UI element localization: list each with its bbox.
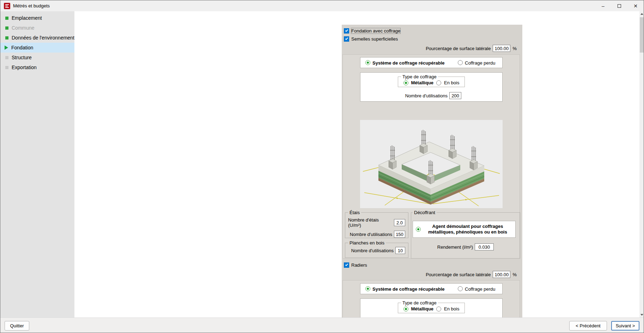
planches-uses-input[interactable] (395, 247, 405, 254)
etais-uses-input[interactable] (394, 231, 405, 238)
sidebar-item-exportation[interactable]: Exportation (0, 62, 74, 72)
rendement-label: Rendement (l/m²) (437, 244, 473, 250)
scrollbar-thumb[interactable] (640, 17, 644, 53)
en-bois-label: En bois (444, 80, 459, 85)
sidebar-item-label: Données de l'environnement (12, 35, 74, 41)
scrollbar-down-button[interactable] (639, 312, 644, 317)
decoffrant-group: Décoffrant Agent démoulant pour coffrage… (411, 210, 520, 259)
coffrage-system-box-2: Système de coffrage récupérable Coffrage… (360, 283, 503, 294)
radio-en-bois-1[interactable] (436, 80, 441, 85)
fondation-settings-panel: Fondation avec coffrage Semelles superfi… (342, 25, 522, 328)
type-coffrage-group-2: Type de coffrage Métallique En bois (398, 300, 465, 313)
app-icon (4, 3, 10, 9)
radio-label: Système de coffrage récupérable (372, 286, 444, 291)
planches-uses-label: Nombre d'utilisations (351, 248, 394, 253)
etais-group: Étais Nombre d'étais (U/m²) Nombre d'uti… (345, 210, 408, 238)
planches-legend: Planches en bois (348, 240, 386, 246)
scrollbar-up-button[interactable] (639, 11, 644, 17)
semelles-checkbox[interactable] (344, 36, 349, 42)
sidebar-item-label: Fondation (11, 45, 33, 50)
agent-demoulant-label: Agent démoulant pour coffrages métalliqu… (423, 224, 512, 235)
fondation-coffrage-label: Fondation avec coffrage (351, 28, 400, 34)
surface-laterale-row-2: Pourcentage de surface latérale % (342, 271, 517, 278)
radio-label: Coffrage perdu (465, 286, 496, 291)
vertical-scrollbar (639, 11, 644, 317)
utilisations-input-1[interactable] (449, 92, 461, 99)
rendement-input[interactable] (475, 243, 494, 250)
sidebar-item-donnees-environnement[interactable]: Données de l'environnement (0, 33, 74, 43)
etais-uses-row: Nombre d'utilisations (348, 231, 405, 238)
sidebar-item-label: Emplacement (12, 15, 42, 21)
fondation-coffrage-checkbox[interactable] (344, 28, 349, 34)
app-window: Métrés et budgets – ✕ Emplacement Commun… (0, 0, 644, 333)
step-done-icon (5, 26, 8, 30)
minimize-button[interactable]: – (595, 0, 611, 11)
radio-metallique-1[interactable] (403, 80, 408, 85)
planches-group: Planches en bois Nombre d'utilisations (345, 240, 408, 258)
radio-label: Coffrage perdu (465, 60, 496, 65)
maximize-button[interactable] (611, 0, 627, 11)
radio-en-bois-2[interactable] (436, 307, 441, 311)
arrow-up-icon (640, 13, 643, 15)
radio-coffrage-perdu-1[interactable]: Coffrage perdu (458, 60, 496, 65)
radio-selected-icon (365, 60, 370, 65)
etais-legend: Étais (348, 210, 361, 215)
sidebar-item-label: Exportation (12, 65, 37, 70)
footer-bar: Quitter < Précédent Suivant > (0, 317, 644, 333)
etais-count-label: Nombre d'étais (U/m²) (348, 217, 392, 228)
quit-button[interactable]: Quitter (5, 321, 29, 331)
foundation-3d-image (360, 120, 503, 208)
maximize-icon (618, 4, 621, 8)
next-button[interactable]: Suivant > (611, 321, 639, 331)
fondation-coffrage-checkbox-row: Fondation avec coffrage (344, 28, 400, 34)
radio-label: Système de coffrage récupérable (372, 60, 444, 65)
radio-metallique-2[interactable] (403, 307, 408, 311)
check-icon (345, 37, 348, 40)
etais-count-row: Nombre d'étais (U/m²) (348, 217, 405, 228)
decoffrant-legend: Décoffrant (413, 210, 437, 215)
step-done-icon (5, 36, 8, 40)
surface-laterale-input[interactable] (493, 45, 510, 52)
close-button[interactable]: ✕ (627, 0, 644, 11)
surface-laterale-input-2[interactable] (493, 271, 510, 278)
utilisations-row-1: Nombre d'utilisations (360, 92, 461, 99)
radio-coffrage-recuperable-1[interactable]: Système de coffrage récupérable (365, 60, 444, 65)
sidebar-item-structure[interactable]: Structure (0, 53, 74, 62)
window-controls: – ✕ (595, 0, 644, 11)
surface-laterale-label: Pourcentage de surface latérale (426, 46, 491, 51)
metallique-label: Métallique (411, 306, 434, 311)
sidebar-item-label: Structure (12, 55, 32, 60)
radio-unselected-icon (458, 60, 463, 65)
sidebar-item-emplacement[interactable]: Emplacement (0, 13, 74, 23)
check-icon (345, 263, 348, 266)
sidebar-item-fondation[interactable]: Fondation (0, 43, 74, 53)
etais-count-input[interactable] (394, 219, 405, 226)
radio-coffrage-recuperable-2[interactable]: Système de coffrage récupérable (365, 286, 444, 291)
radio-unselected-icon (458, 286, 463, 291)
radio-coffrage-perdu-2[interactable]: Coffrage perdu (458, 286, 496, 291)
semelles-coffrage-section: Système de coffrage récupérable Coffrage… (342, 54, 520, 259)
step-done-icon (5, 17, 8, 20)
previous-button[interactable]: < Précédent (569, 321, 607, 331)
semelles-checkbox-row: Semelles superficielles (344, 36, 398, 42)
etais-uses-label: Nombre d'utilisations (350, 232, 392, 237)
semelles-label: Semelles superficielles (351, 36, 398, 42)
decoffrant-agent-box: Agent démoulant pour coffrages métalliqu… (413, 221, 516, 238)
type-coffrage-legend: Type de coffrage (401, 300, 438, 305)
en-bois-label: En bois (444, 306, 459, 311)
sidebar-item-commune[interactable]: Commune (0, 23, 74, 33)
percent-unit-label: % (512, 46, 517, 51)
percent-unit-label: % (512, 272, 517, 277)
type-coffrage-group-1: Type de coffrage Métallique En bois (398, 74, 465, 87)
wizard-steps-sidebar: Emplacement Commune Données de l'environ… (0, 11, 74, 317)
window-title: Métrés et budgets (13, 3, 50, 8)
rendement-row: Rendement (l/m²) (411, 243, 494, 250)
close-icon: ✕ (633, 3, 638, 9)
arrow-down-icon (640, 314, 643, 316)
check-icon (345, 29, 348, 32)
radio-agent-demoulant[interactable] (416, 227, 421, 232)
step-current-icon (5, 46, 8, 50)
surface-laterale-row-1: Pourcentage de surface latérale % (342, 44, 517, 52)
radiers-checkbox[interactable] (344, 262, 349, 268)
coffrage-system-box-1: Système de coffrage récupérable Coffrage… (360, 57, 503, 68)
